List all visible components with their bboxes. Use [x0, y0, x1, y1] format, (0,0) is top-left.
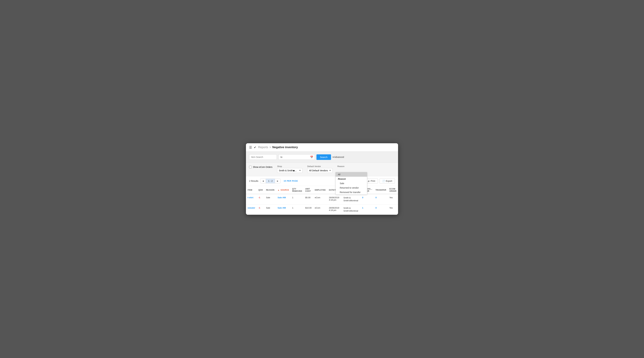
pagination: ◄ 1 - 2 ►: [260, 178, 280, 183]
toolbar: 📅 Search ▾ Advanced: [246, 152, 398, 162]
cell-shop: Smith & Smith'sMontreal: [342, 194, 360, 204]
export-icon: 📄: [382, 180, 385, 182]
reason-option-header: Reason: [336, 177, 367, 181]
col-transfer: TRANSFER: [374, 186, 388, 194]
cell-datetime: 26/06/2019 4:18 pm: [327, 194, 342, 204]
cell-qty-removed: 1: [290, 194, 304, 204]
shop-select[interactable]: Smith & Smith◆...: [277, 168, 302, 173]
results-count: 2 Results: [249, 180, 258, 182]
table-row: sweater -1 Sale Sale #69 1 $10.00 eCom 2…: [246, 204, 398, 215]
page-prev-button[interactable]: ◄: [260, 179, 266, 183]
show-ecom-checkbox[interactable]: [249, 166, 252, 168]
shop-filter-group: Shop Smith & Smith◆...: [277, 165, 302, 173]
reason-option-returned[interactable]: Returned to vendor: [336, 186, 367, 190]
results-actions: 🖨 Print 📄 Export: [365, 178, 395, 184]
results-bar: 2 Results ◄ 1 - 2 ► 15 PER PAGE 🖨 Print …: [246, 176, 398, 186]
cell-reason: Sale: [264, 194, 276, 204]
cell-source[interactable]: Sale #69: [276, 204, 290, 215]
breadcrumb-current: Negative inventory: [272, 146, 298, 149]
cell-shop: Smith & Smith'sMontreal: [342, 204, 360, 215]
col-employee: EMPLOYEE: [313, 186, 327, 194]
shop-label: Shop: [277, 165, 302, 168]
main-window: ☰ ✔ Reports > Negative inventory 📅 Searc…: [246, 143, 398, 215]
table-header-row: ITEM QOH REASON ▲ SOURCE QTYREMOVED UNIT…: [246, 186, 398, 194]
reason-label: Reason: [337, 165, 344, 168]
cell-transfer[interactable]: 0: [374, 194, 388, 204]
vendor-select[interactable]: All Default Vendors: [307, 168, 332, 173]
cell-unit-cost: $5.00: [304, 194, 313, 204]
col-qty-removed: QTYREMOVED: [290, 186, 304, 194]
cell-qty-removed: 1: [290, 204, 304, 215]
page-current: 1 - 2: [266, 179, 275, 183]
cell-purchase-order[interactable]: 0: [360, 194, 374, 204]
cell-transfer[interactable]: 0: [374, 204, 388, 215]
col-item: ITEM: [246, 186, 257, 194]
reason-option-sale[interactable]: Sale: [336, 181, 367, 186]
print-icon: 🖨: [368, 180, 370, 182]
col-qoh: QOH: [257, 186, 264, 194]
filters-bar: Show eCom Orders Shop Smith & Smith◆... …: [246, 162, 398, 176]
breadcrumb: Reports > Negative inventory: [258, 146, 298, 149]
cell-datetime: 26/06/2019 4:18 pm: [327, 204, 342, 215]
item-search-input[interactable]: [249, 154, 277, 160]
results-table-wrapper: ITEM QOH REASON ▲ SOURCE QTYREMOVED UNIT…: [246, 186, 398, 215]
date-input-wrapper: 📅: [278, 154, 315, 160]
vendor-filter-group: Default Vendor All Default Vendors: [307, 165, 332, 173]
cell-qoh: -1: [257, 204, 264, 215]
reason-option-all[interactable]: All: [336, 172, 367, 177]
cell-item[interactable]: sweater: [246, 204, 257, 215]
hamburger-icon[interactable]: ☰: [249, 146, 252, 149]
export-label: Export: [386, 180, 392, 182]
export-button[interactable]: 📄 Export: [380, 178, 395, 184]
advanced-button[interactable]: ▾ Advanced: [332, 156, 344, 158]
date-input[interactable]: [278, 154, 315, 160]
cell-ecom-order: Yes: [388, 194, 398, 204]
logo-icon: ✔: [254, 146, 256, 149]
col-reason: REASON: [264, 186, 276, 194]
reason-option-transfer[interactable]: Removed for transfer: [336, 190, 367, 194]
cell-purchase-order[interactable]: 1: [360, 204, 374, 215]
col-ecom-order: ECOMORDER: [388, 186, 398, 194]
cell-item[interactable]: t-shirt: [246, 194, 257, 204]
reason-filter-group: Reason All Reason Sale Returned to vendo…: [337, 165, 344, 168]
print-label: Print: [371, 180, 375, 182]
show-ecom-group: Show eCom Orders: [249, 166, 272, 168]
page-next-button[interactable]: ►: [275, 179, 280, 183]
per-page-label[interactable]: 15 PER PAGE: [284, 180, 298, 182]
cell-employee: eCom: [313, 194, 327, 204]
show-ecom-label: Show eCom Orders: [253, 166, 272, 168]
col-source[interactable]: ▲ SOURCE: [276, 186, 290, 194]
cell-employee: eCom: [313, 204, 327, 215]
cell-ecom-order: Yes: [388, 204, 398, 215]
search-button[interactable]: Search: [316, 154, 331, 160]
breadcrumb-sep: >: [270, 146, 271, 149]
breadcrumb-reports[interactable]: Reports: [258, 146, 268, 149]
header: ☰ ✔ Reports > Negative inventory: [246, 143, 398, 152]
cell-unit-cost: $10.00: [304, 204, 313, 215]
cell-qoh: -1: [257, 194, 264, 204]
cell-reason: Sale: [264, 204, 276, 215]
table-row: t-shirt -1 Sale Sale #69 1 $5.00 eCom 26…: [246, 194, 398, 204]
col-unit-cost: UNITCOST: [304, 186, 313, 194]
results-table: ITEM QOH REASON ▲ SOURCE QTYREMOVED UNIT…: [246, 186, 398, 215]
cell-source[interactable]: Sale #69: [276, 194, 290, 204]
reason-dropdown: All Reason Sale Returned to vendor Remov…: [336, 172, 367, 194]
vendor-label: Default Vendor: [307, 165, 332, 168]
